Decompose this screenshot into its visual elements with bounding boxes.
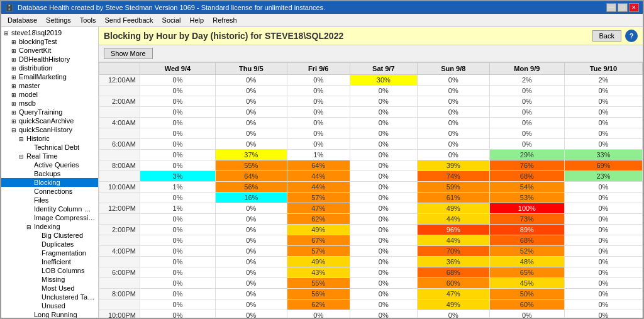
sidebar-item[interactable]: Technical Debt	[1, 143, 98, 152]
blocking-cell: 62%	[287, 299, 350, 310]
tree-toggle: ⊞	[11, 83, 19, 89]
blocking-cell: 0%	[564, 193, 642, 203]
menubar: Database Settings Tools Send Feedback So…	[1, 14, 643, 27]
minimize-button[interactable]: —	[606, 3, 616, 12]
sidebar-item[interactable]: Fragmentation	[1, 249, 98, 257]
show-more-button[interactable]: Show More	[104, 48, 153, 59]
blocking-cell: 0%	[215, 86, 287, 96]
table-row: 2:00AM0%0%0%0%0%0%0%	[99, 96, 643, 107]
blocking-cell: 62%	[287, 214, 350, 225]
close-button[interactable]: ✕	[629, 3, 639, 12]
sidebar-item[interactable]: ⊞EmailMarketing	[1, 72, 98, 81]
sidebar-item[interactable]: Unused	[1, 301, 98, 310]
blocking-cell: 0%	[417, 107, 489, 118]
tree-toggle: ⊞	[11, 118, 19, 125]
blocking-cell: 0%	[489, 96, 564, 107]
time-column-header	[99, 63, 140, 75]
sidebar-item[interactable]: Inefficient	[1, 257, 98, 266]
day-column-header: Tue 9/10	[564, 63, 642, 75]
blocking-cell: 0%	[140, 139, 216, 150]
maximize-button[interactable]: □	[618, 3, 628, 12]
menu-tools[interactable]: Tools	[76, 15, 100, 25]
sidebar-item[interactable]: ⊞model	[1, 90, 98, 99]
blocking-cell: 0%	[350, 310, 417, 318]
sidebar-item[interactable]: Duplicates	[1, 240, 98, 249]
sidebar-item[interactable]: Connections	[1, 187, 98, 196]
table-row: 0%37%1%0%0%29%33%	[99, 150, 643, 160]
blocking-cell: 48%	[489, 257, 564, 267]
blocking-cell: 0%	[350, 96, 417, 107]
blocking-cell: 0%	[140, 107, 216, 118]
app-icon: 🗄️	[5, 4, 14, 12]
sidebar-item[interactable]: ⊞master	[1, 81, 98, 90]
blocking-cell: 49%	[287, 225, 350, 235]
sidebar-item[interactable]: Big Clustered	[1, 231, 98, 240]
blocking-cell: 56%	[215, 182, 287, 193]
menu-settings[interactable]: Settings	[42, 15, 75, 25]
sidebar-item[interactable]: ⊞msdb	[1, 99, 98, 108]
sidebar-item[interactable]: ⊞distribution	[1, 64, 98, 72]
sidebar-item[interactable]: ⊞ConvertKit	[1, 46, 98, 55]
sidebar-item[interactable]: Backups	[1, 169, 98, 178]
blocking-cell: 50%	[489, 289, 564, 299]
sidebar-item[interactable]: Active Queries	[1, 160, 98, 169]
blocking-cell: 67%	[287, 235, 350, 246]
blocking-cell: 0%	[287, 128, 350, 139]
blocking-cell: 0%	[287, 107, 350, 118]
sidebar-item[interactable]: ⊟quickScanHistory	[1, 125, 98, 134]
sidebar-item[interactable]: ⊞DBHealthHistory	[1, 55, 98, 64]
menu-help[interactable]: Help	[186, 15, 208, 25]
sidebar-item[interactable]: Files	[1, 196, 98, 204]
sidebar-item[interactable]: Most Used	[1, 284, 98, 293]
blocking-cell: 0%	[489, 128, 564, 139]
back-button[interactable]: Back	[592, 30, 621, 42]
blocking-cell: 0%	[215, 118, 287, 128]
blocking-cell: 0%	[564, 278, 642, 289]
sidebar-item[interactable]: ⊞steve18\sql2019	[1, 28, 98, 37]
menu-send-feedback[interactable]: Send Feedback	[101, 15, 157, 25]
blocking-cell: 1%	[287, 150, 350, 160]
blocking-cell: 61%	[417, 193, 489, 203]
data-table-container[interactable]: Wed 9/4Thu 9/5Fri 9/6Sat 9/7Sun 9/8Mon 9…	[99, 62, 643, 318]
sidebar-item[interactable]: ⊞QueryTraining	[1, 108, 98, 116]
main-content: ⊞steve18\sql2019⊞blockingTest⊞ConvertKit…	[1, 27, 643, 318]
blocking-cell: 47%	[287, 203, 350, 214]
blocking-cell: 0%	[215, 289, 287, 299]
blocking-cell: 0%	[564, 289, 642, 299]
sidebar-item[interactable]: Missing	[1, 275, 98, 284]
tree-toggle: ⊟	[11, 127, 19, 133]
tree-toggle: ⊞	[11, 48, 19, 54]
menu-refresh[interactable]: Refresh	[209, 15, 241, 25]
blocking-cell: 53%	[489, 193, 564, 203]
blocking-cell: 47%	[417, 289, 489, 299]
sidebar-item[interactable]: Image Compression	[1, 213, 98, 222]
blocking-cell: 0%	[350, 214, 417, 225]
time-cell	[99, 171, 140, 182]
blocking-cell: 0%	[140, 289, 216, 299]
day-column-header: Fri 9/6	[287, 63, 350, 75]
sidebar-item[interactable]: Long Running	[1, 310, 98, 318]
sidebar-item[interactable]: ⊟Indexing	[1, 222, 98, 231]
table-row: 0%0%0%0%0%0%0%	[99, 86, 643, 96]
menu-database[interactable]: Database	[4, 15, 41, 25]
blocking-cell: 73%	[489, 214, 564, 225]
sidebar-item[interactable]: LOB Columns	[1, 266, 98, 275]
sidebar-item[interactable]: ⊟Historic	[1, 134, 98, 143]
sidebar-item[interactable]: Blocking	[1, 178, 98, 187]
table-row: 0%0%62%0%49%60%0%	[99, 299, 643, 310]
table-row: 4:00AM0%0%0%0%0%0%0%	[99, 118, 643, 128]
blocking-cell: 44%	[417, 235, 489, 246]
sidebar-item[interactable]: ⊞quickScanArchive	[1, 116, 98, 125]
blocking-cell: 0%	[564, 86, 642, 96]
time-cell: 12:00AM	[99, 75, 140, 86]
sidebar-item[interactable]: Identity Column Usage	[1, 204, 98, 213]
menu-social[interactable]: Social	[158, 15, 185, 25]
blocking-cell: 2%	[489, 75, 564, 86]
help-button[interactable]: ?	[625, 30, 638, 42]
sidebar-item[interactable]: ⊟Real Time	[1, 152, 98, 160]
time-cell	[99, 299, 140, 310]
sidebar-item[interactable]: Unclustered Tables	[1, 293, 98, 301]
sidebar-item[interactable]: ⊞blockingTest	[1, 37, 98, 46]
day-column-header: Sat 9/7	[350, 63, 417, 75]
table-row: 0%0%0%0%0%0%0%	[99, 128, 643, 139]
